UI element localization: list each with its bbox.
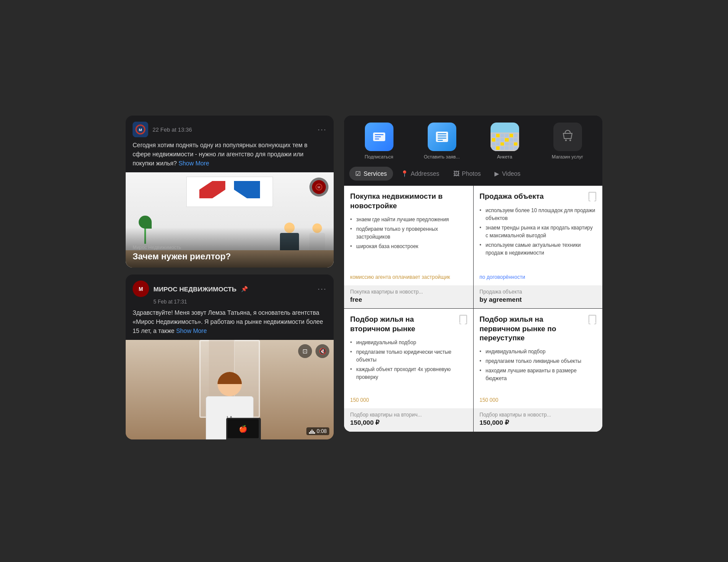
bullet: каждый объект проходит 4х уровневую пров… bbox=[350, 365, 467, 381]
qa-anketa[interactable]: Анкета bbox=[475, 123, 534, 160]
photos-tab-icon: 🖼 bbox=[453, 170, 459, 177]
service-4-bullets: индивидуальный подбор предлагаем только … bbox=[480, 348, 597, 393]
show-more-2[interactable]: Show More bbox=[176, 327, 207, 334]
qa-subscribe-label: Подписаться bbox=[365, 154, 393, 160]
svg-rect-13 bbox=[438, 136, 446, 136]
building-photo bbox=[491, 123, 519, 151]
tab-videos[interactable]: ▶ Videos bbox=[488, 167, 526, 181]
bullet: индивидуальный подбор bbox=[350, 339, 467, 346]
service-3-subtitle: Подбор квартиры на вторич... bbox=[350, 412, 467, 418]
svg-point-16 bbox=[565, 139, 567, 141]
bookmark-4[interactable] bbox=[588, 314, 597, 325]
service-4-title: Подбор жилья на первичном рынке по переу… bbox=[480, 315, 597, 342]
service-2-subtitle: Продажа объекта bbox=[480, 289, 597, 295]
post-2-name: МИРОС НЕДВИЖИМОСТЬ bbox=[153, 285, 237, 293]
post-1-meta: М 22 Feb at 13:36 bbox=[133, 122, 192, 137]
bullet: индивидуальный подбор bbox=[480, 348, 597, 355]
post-1-more[interactable]: ··· bbox=[318, 125, 327, 134]
volume-btn[interactable]: 🔇 bbox=[315, 344, 329, 358]
avatar: М bbox=[133, 122, 148, 137]
service-4-price: 150,000 ₽ bbox=[480, 419, 597, 426]
service-1-bullets: знаем где найти лучшие предложения подби… bbox=[350, 216, 467, 270]
service-card-3: Подбор жилья на вторичном рынке индивиду… bbox=[344, 309, 473, 432]
show-more-1[interactable]: Show More bbox=[179, 160, 209, 167]
post-1: М 22 Feb at 13:36 ··· Сегодня хотим подн… bbox=[126, 116, 334, 268]
service-card-2: Продажа объекта используем более 10 площ… bbox=[474, 186, 603, 308]
service-1-footer: Покупка квартиры в новостр... free bbox=[344, 285, 473, 308]
tab-photos[interactable]: 🖼 Photos bbox=[447, 167, 487, 181]
bullet: используем более 10 площадок для продажи… bbox=[480, 207, 597, 222]
service-1-subtitle: Покупка квартиры в новостр... bbox=[350, 289, 467, 295]
post-1-image: Мирос Недвижимость Зачем нужен риелтор? … bbox=[126, 172, 334, 268]
service-2-footer: Продажа объекта by agreement bbox=[474, 285, 603, 308]
qa-request-label: Оставить заяв... bbox=[424, 154, 460, 160]
image-label: Мирос Недвижимость bbox=[133, 245, 327, 250]
post-2-more[interactable]: ··· bbox=[318, 284, 327, 294]
service-2-price-note: по договорённости bbox=[480, 274, 597, 280]
image-title: Зачем нужен риелтор? bbox=[133, 252, 327, 262]
right-panel: Подписаться Оставить заяв... bbox=[344, 116, 602, 432]
service-3-bullets: индивидуальный подбор предлагаем только … bbox=[350, 339, 467, 393]
bullet: предлагаем только юридически чистые объе… bbox=[350, 348, 467, 364]
video-thumbnail[interactable]: LA 🍎 ⊡ 🔇 bbox=[126, 340, 334, 439]
svg-rect-12 bbox=[438, 133, 446, 134]
service-card-4: Подбор жилья на первичном рынке по переу… bbox=[474, 309, 603, 432]
service-4-subtitle: Подбор квартиры в новостр... bbox=[480, 412, 597, 418]
service-1-price-note: комиссию агента оплачивает застройщик bbox=[350, 274, 467, 280]
bookmark-2[interactable] bbox=[588, 191, 597, 202]
svg-rect-15 bbox=[438, 140, 443, 141]
post-2-date: 5 Feb at 17:31 bbox=[146, 299, 334, 308]
bullet: используем самые актуальные техники прод… bbox=[480, 241, 597, 257]
request-icon bbox=[428, 123, 456, 151]
image-overlay: Мирос Недвижимость Зачем нужен риелтор? bbox=[126, 227, 334, 268]
video-controls: ⊡ 🔇 bbox=[298, 344, 329, 358]
tabs-bar: ☑ Services 📍 Addresses 🖼 Photos ▶ Videos bbox=[344, 167, 602, 186]
svg-text:М: М bbox=[318, 186, 320, 189]
tab-addresses-label: Addresses bbox=[411, 170, 439, 177]
bullet: широкая база новостроек bbox=[350, 242, 467, 250]
image-badge: М bbox=[309, 178, 328, 197]
post-2-header: М МИРОС НЕДВИЖИМОСТЬ 📌 ··· bbox=[126, 275, 334, 299]
bullet: подбираем только у проверенных застройщи… bbox=[350, 225, 467, 241]
shop-icon bbox=[553, 123, 582, 151]
mute-btn[interactable]: ⊡ bbox=[298, 344, 312, 358]
subscribe-icon bbox=[365, 123, 393, 151]
service-card-1: Покупка недвижимости в новостройке знаем… bbox=[344, 186, 473, 308]
tab-addresses[interactable]: 📍 Addresses bbox=[395, 167, 445, 181]
bullet: находим лучшие варианты в размере бюджет… bbox=[480, 367, 597, 382]
svg-text:М: М bbox=[139, 128, 142, 132]
tab-photos-label: Photos bbox=[462, 170, 481, 177]
service-3-footer: Подбор квартиры на вторич... 150,000 ₽ bbox=[344, 408, 473, 432]
qa-subscribe[interactable]: Подписаться bbox=[349, 123, 409, 160]
svg-rect-8 bbox=[375, 134, 384, 135]
post-1-text: Сегодня хотим поднять одну из популярных… bbox=[126, 141, 334, 172]
bookmark-3[interactable] bbox=[458, 314, 468, 325]
service-4-footer: Подбор квартиры в новостр... 150,000 ₽ bbox=[474, 408, 603, 432]
service-4-price-note: 150 000 bbox=[480, 397, 597, 403]
qa-shop-label: Магазин услуг bbox=[552, 154, 583, 160]
service-2-bullets: используем более 10 площадок для продажи… bbox=[480, 207, 597, 270]
pin-icon: 📌 bbox=[241, 286, 248, 292]
services-tab-icon: ☑ bbox=[355, 170, 361, 177]
tab-videos-label: Videos bbox=[502, 170, 520, 177]
svg-rect-14 bbox=[438, 138, 446, 139]
service-1-title: Покупка недвижимости в новостройке bbox=[350, 192, 467, 210]
bullet: знаем тренды рынка и как продать квартир… bbox=[480, 224, 597, 239]
qa-anketa-label: Анкета bbox=[497, 154, 512, 160]
qa-shop[interactable]: Магазин услуг bbox=[538, 123, 597, 160]
tab-services-label: Services bbox=[364, 170, 387, 177]
svg-rect-10 bbox=[375, 139, 379, 139]
qa-request[interactable]: Оставить заяв... bbox=[412, 123, 471, 160]
tab-services[interactable]: ☑ Services bbox=[349, 167, 393, 181]
svg-rect-9 bbox=[375, 136, 381, 137]
video-duration: 0:08 bbox=[306, 427, 329, 435]
post-1-date: 22 Feb at 13:36 bbox=[153, 126, 192, 133]
service-2-price: by agreement bbox=[480, 296, 597, 303]
services-grid: Покупка недвижимости в новостройке знаем… bbox=[344, 186, 602, 432]
post-1-header: М 22 Feb at 13:36 ··· bbox=[126, 116, 334, 141]
quick-actions: Подписаться Оставить заяв... bbox=[344, 116, 602, 167]
service-3-title: Подбор жилья на вторичном рынке bbox=[350, 315, 467, 333]
post-2-text: Здравствуйте! Меня зовут Лемза Татьяна, … bbox=[126, 308, 334, 340]
service-1-price: free bbox=[350, 296, 467, 303]
bars-icon bbox=[309, 429, 315, 434]
